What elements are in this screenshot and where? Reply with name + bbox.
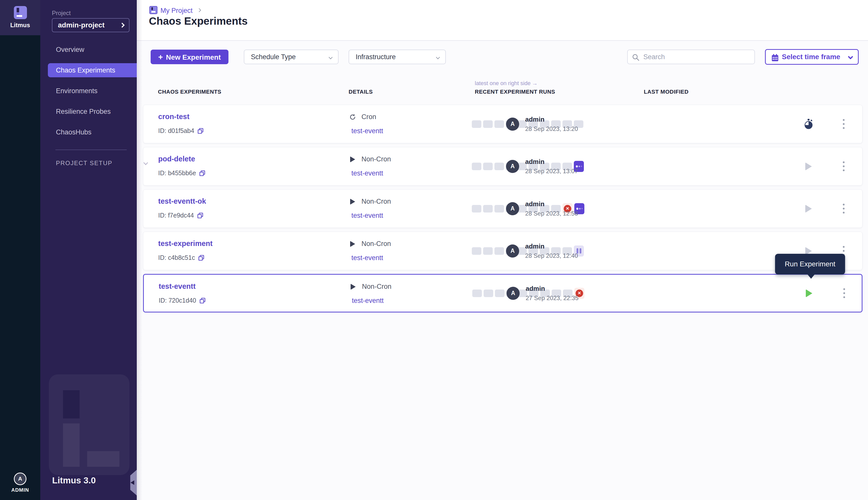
copy-icon[interactable] [197, 212, 204, 219]
experiment-row: test-experiment ID: c4b8c51c Non-Cron te… [143, 231, 863, 270]
run-pill-empty[interactable] [472, 205, 481, 213]
run-pill-empty[interactable] [494, 120, 504, 128]
project-selector[interactable]: admin-project [52, 18, 129, 32]
left-rail: Litmus A ADMIN [0, 0, 40, 500]
collapse-arrow-icon [131, 480, 134, 485]
infrastructure-dropdown[interactable]: Infrastructure [349, 49, 446, 64]
run-pill-empty[interactable] [484, 289, 493, 297]
tooltip-arrow [807, 274, 815, 279]
chevron-right-icon [120, 23, 125, 28]
modified-date: 28 Sep 2023, 12:58 [525, 210, 578, 217]
chevron-down-icon [848, 54, 853, 59]
target-experiment-link[interactable]: test-eventt [351, 169, 383, 177]
last-modified-cell: A admin 28 Sep 2023, 13:07 [506, 147, 578, 185]
sidebar-item-environments[interactable]: Environments [40, 84, 137, 98]
experiment-row: pod-delete ID: b455bb6e Non-Cron test-ev… [143, 147, 863, 185]
sidebar-item-chaoshubs[interactable]: ChaosHubs [40, 125, 137, 139]
experiments-list: cron-test ID: d01f5ab4 Cron test-eventt … [143, 105, 863, 316]
watermark-stem [63, 423, 80, 467]
run-pill-empty[interactable] [483, 205, 493, 213]
kebab-menu[interactable] [838, 147, 849, 185]
target-experiment-link[interactable]: test-eventt [351, 254, 383, 262]
search-input[interactable] [643, 50, 752, 63]
run-pill-empty[interactable] [483, 120, 493, 128]
run-pill-empty[interactable] [483, 247, 493, 255]
sidebar-item-overview[interactable]: Overview [40, 43, 137, 57]
schedule-type-label: Non-Cron [362, 283, 392, 291]
sidebar-item-chaos-experiments[interactable]: Chaos Experiments [48, 63, 137, 77]
experiment-name-link[interactable]: test-experiment [158, 239, 213, 248]
sidebar-divider [55, 149, 127, 150]
experiment-row: test-eventt ID: 720c1d40 Non-Cron test-e… [143, 274, 863, 312]
copy-icon[interactable] [197, 128, 204, 134]
kebab-menu[interactable] [839, 275, 849, 312]
kebab-menu[interactable] [838, 190, 849, 228]
non-cron-icon [350, 156, 355, 162]
stopwatch-icon [803, 118, 814, 130]
project-selector-value: admin-project [58, 21, 104, 29]
schedule-type-dropdown[interactable]: Schedule Type [244, 49, 339, 64]
schedule-type-icon [349, 241, 357, 247]
run-pill-empty[interactable] [472, 289, 482, 297]
modified-date: 27 Sep 2023, 22:35 [526, 295, 578, 302]
column-header-last-modified: LAST MODIFIED [644, 89, 689, 95]
search-box [627, 49, 755, 64]
experiment-name-link[interactable]: pod-delete [158, 155, 195, 163]
watermark-foot [87, 451, 120, 467]
plus-icon: + [158, 52, 163, 61]
copy-icon[interactable] [199, 297, 206, 304]
target-experiment-link[interactable]: test-eventt [352, 297, 384, 305]
modified-by: admin [525, 200, 578, 208]
run-experiment-button[interactable] [801, 190, 816, 228]
target-experiment-link[interactable]: test-eventt [351, 212, 383, 219]
rail-admin-block[interactable]: A ADMIN [0, 473, 40, 493]
run-pill-empty[interactable] [494, 163, 504, 170]
select-time-frame-button[interactable]: Select time frame [765, 49, 859, 65]
page-header: My Project Chaos Experiments [137, 0, 868, 41]
copy-icon[interactable] [198, 254, 204, 261]
experiment-name-link[interactable]: test-eventt-ok [158, 197, 206, 205]
modified-by: admin [526, 285, 578, 293]
run-experiment-button[interactable] [801, 105, 816, 143]
experiment-row: test-eventt-ok ID: f7e9dc44 Non-Cron tes… [143, 189, 863, 228]
avatar: A [506, 160, 519, 173]
sidebar-item-resilience-probes[interactable]: Resilience Probes [40, 104, 137, 118]
run-experiment-button[interactable] [801, 147, 816, 185]
new-experiment-button[interactable]: +New Experiment [151, 49, 228, 64]
tooltip-label: Run Experiment [785, 260, 835, 268]
schedule-type-icon [349, 284, 357, 290]
run-pill-empty[interactable] [483, 163, 493, 170]
kebab-menu[interactable] [838, 105, 849, 143]
litmus-logo-icon[interactable] [14, 6, 27, 19]
schedule-type-label: Non-Cron [361, 155, 391, 163]
non-cron-icon [351, 284, 356, 290]
non-cron-icon [350, 241, 355, 247]
run-experiment-button[interactable] [801, 275, 816, 312]
run-pill-empty[interactable] [494, 247, 504, 255]
breadcrumb-chevron-icon [197, 8, 201, 12]
run-pill-empty[interactable] [494, 205, 504, 213]
schedule-type-label: Non-Cron [361, 240, 391, 248]
sidebar: Project admin-project Overview Chaos Exp… [40, 0, 137, 500]
calendar-icon [771, 53, 779, 62]
column-header-details: DETAILS [349, 89, 373, 95]
run-pill-empty[interactable] [495, 289, 505, 297]
experiment-name-link[interactable]: test-eventt [159, 282, 196, 291]
experiment-name-link[interactable]: cron-test [158, 113, 189, 121]
target-experiment-link[interactable]: test-eventt [351, 127, 383, 135]
admin-avatar[interactable]: A [14, 473, 26, 485]
project-setup-toggle[interactable]: PROJECT SETUP [56, 160, 112, 167]
play-icon [805, 205, 812, 213]
version-label: Litmus 3.0 [52, 475, 96, 485]
copy-icon[interactable] [199, 170, 205, 177]
run-pill-empty[interactable] [472, 120, 481, 128]
column-header-chaos-experiments: CHAOS EXPERIMENTS [158, 89, 222, 95]
run-experiment-tooltip: Run Experiment [775, 254, 845, 274]
play-icon-hover [806, 289, 812, 297]
experiment-id: ID: d01f5ab4 [158, 127, 194, 134]
run-pill-empty[interactable] [472, 163, 481, 170]
run-pill-empty[interactable] [472, 247, 481, 255]
schedule-type-icon [349, 114, 357, 121]
logo-l-glyph [14, 6, 27, 19]
breadcrumb[interactable]: My Project [160, 7, 193, 15]
